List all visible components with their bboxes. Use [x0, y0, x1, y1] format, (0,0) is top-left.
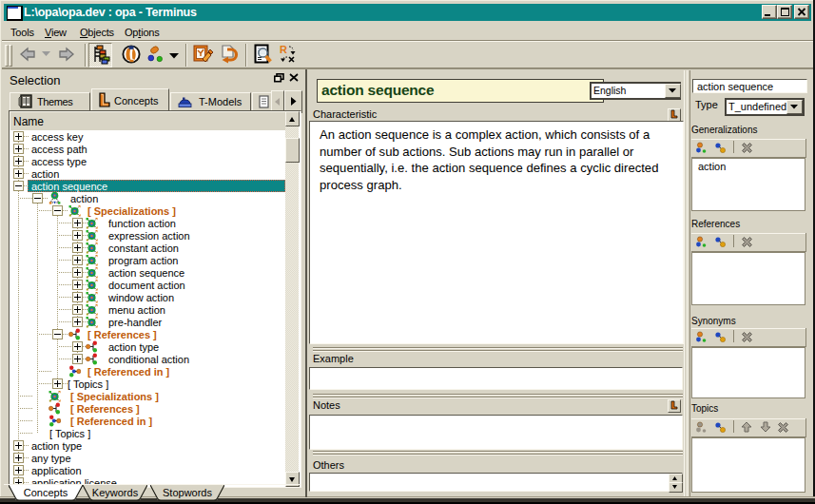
svg-text:R: R — [280, 45, 287, 55]
